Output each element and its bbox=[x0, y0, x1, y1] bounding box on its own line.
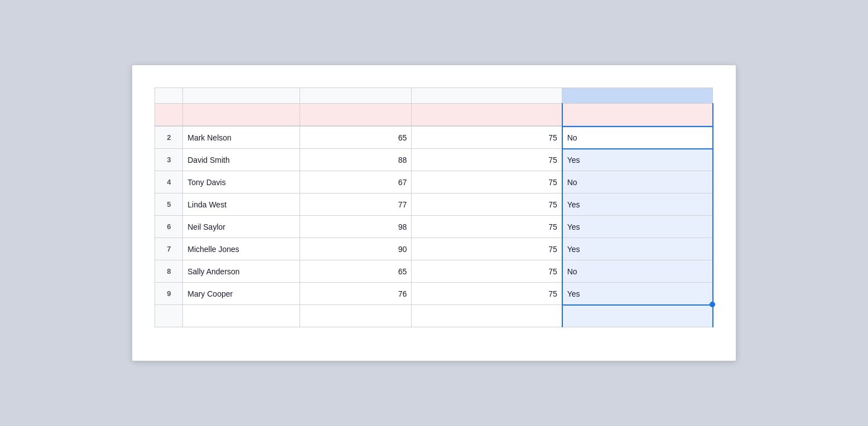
cell-performance-benchmark[interactable]: 75 bbox=[412, 127, 562, 149]
cell-eligible-bonus[interactable]: Yes bbox=[562, 193, 713, 216]
empty-cell bbox=[562, 305, 713, 327]
col-header-a[interactable] bbox=[183, 88, 300, 103]
cell-performance-benchmark[interactable]: 75 bbox=[412, 171, 562, 193]
header-performance-rating[interactable] bbox=[300, 103, 412, 125]
table-row: 9Mary Cooper7675Yes bbox=[155, 283, 713, 305]
table-row: 7Michelle Jones9075Yes bbox=[155, 238, 713, 260]
spreadsheet-container: 2Mark Nelson6575No3David Smith8875Yes4To… bbox=[132, 65, 736, 361]
cell-employee-name[interactable]: Tony Davis bbox=[183, 171, 300, 193]
cell-performance-benchmark[interactable]: 75 bbox=[412, 216, 562, 238]
cell-performance-rating[interactable]: 77 bbox=[300, 193, 412, 216]
spreadsheet-table bbox=[155, 88, 713, 126]
cell-employee-name[interactable]: Michelle Jones bbox=[183, 238, 300, 260]
corner-cell bbox=[155, 88, 183, 103]
header-data-row bbox=[155, 103, 713, 125]
table-row: 8Sally Anderson6575No bbox=[155, 260, 713, 283]
cell-performance-rating[interactable]: 76 bbox=[300, 283, 412, 305]
empty-cell bbox=[300, 305, 412, 327]
cell-performance-rating[interactable]: 88 bbox=[300, 149, 412, 171]
table-row: 4Tony Davis6775No bbox=[155, 171, 713, 193]
header-performance-benchmark[interactable] bbox=[412, 103, 562, 125]
partial-row bbox=[155, 305, 713, 327]
row-num-1 bbox=[155, 103, 183, 125]
cell-performance-benchmark[interactable]: 75 bbox=[412, 238, 562, 260]
row-number: 2 bbox=[155, 127, 183, 149]
data-table: 2Mark Nelson6575No3David Smith8875Yes4To… bbox=[155, 126, 713, 328]
table-row: 6Neil Saylor9875Yes bbox=[155, 216, 713, 238]
cell-eligible-bonus[interactable]: Yes bbox=[562, 283, 713, 305]
row-number: 7 bbox=[155, 238, 183, 260]
cell-employee-name[interactable]: Linda West bbox=[183, 193, 300, 216]
row-number: 6 bbox=[155, 216, 183, 238]
row-number: 4 bbox=[155, 171, 183, 193]
col-header-d[interactable] bbox=[562, 88, 713, 103]
cell-eligible-bonus[interactable]: Yes bbox=[562, 216, 713, 238]
empty-cell bbox=[412, 305, 562, 327]
table-row: 5Linda West7775Yes bbox=[155, 193, 713, 216]
row-number: 5 bbox=[155, 193, 183, 216]
cell-eligible-bonus[interactable]: Yes bbox=[562, 149, 713, 171]
cell-employee-name[interactable]: Mary Cooper bbox=[183, 283, 300, 305]
cell-employee-name[interactable]: David Smith bbox=[183, 149, 300, 171]
row-number: 8 bbox=[155, 260, 183, 283]
table-row: 2Mark Nelson6575No bbox=[155, 127, 713, 149]
selection-handle[interactable] bbox=[710, 302, 715, 307]
cell-performance-rating[interactable]: 67 bbox=[300, 171, 412, 193]
cell-performance-rating[interactable]: 65 bbox=[300, 260, 412, 283]
empty-cell bbox=[183, 305, 300, 327]
cell-eligible-bonus[interactable]: Yes bbox=[562, 238, 713, 260]
cell-performance-benchmark[interactable]: 75 bbox=[412, 149, 562, 171]
table-row: 3David Smith8875Yes bbox=[155, 149, 713, 171]
cell-employee-name[interactable]: Neil Saylor bbox=[183, 216, 300, 238]
row-number: 3 bbox=[155, 149, 183, 171]
cell-performance-benchmark[interactable]: 75 bbox=[412, 260, 562, 283]
header-employee-name[interactable] bbox=[183, 103, 300, 125]
cell-eligible-bonus[interactable]: No bbox=[562, 127, 713, 149]
cell-performance-benchmark[interactable]: 75 bbox=[412, 283, 562, 305]
cell-performance-rating[interactable]: 98 bbox=[300, 216, 412, 238]
cell-performance-rating[interactable]: 90 bbox=[300, 238, 412, 260]
col-header-b[interactable] bbox=[300, 88, 412, 103]
cell-performance-benchmark[interactable]: 75 bbox=[412, 193, 562, 216]
col-header-c[interactable] bbox=[412, 88, 562, 103]
row-number: 9 bbox=[155, 283, 183, 305]
cell-eligible-bonus[interactable]: No bbox=[562, 171, 713, 193]
column-header-row bbox=[155, 88, 713, 103]
header-eligible-bonus[interactable] bbox=[562, 103, 713, 125]
cell-eligible-bonus[interactable]: No bbox=[562, 260, 713, 283]
cell-performance-rating[interactable]: 65 bbox=[300, 127, 412, 149]
empty-cell bbox=[155, 305, 183, 327]
cell-employee-name[interactable]: Mark Nelson bbox=[183, 127, 300, 149]
cell-employee-name[interactable]: Sally Anderson bbox=[183, 260, 300, 283]
